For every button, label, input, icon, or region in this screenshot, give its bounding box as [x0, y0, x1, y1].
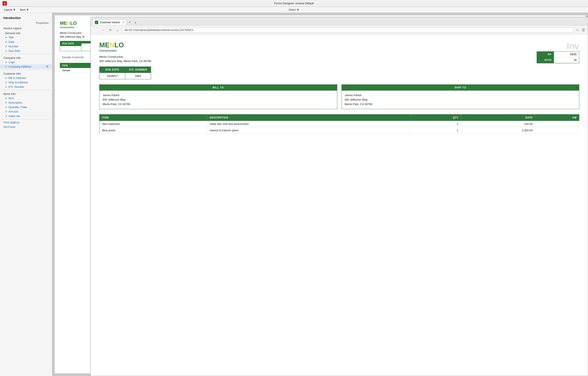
content-area: MENLO Construction Menlo Construction 50…	[52, 13, 588, 376]
sidebar-item-logo[interactable]: ✔ Logo	[0, 60, 52, 64]
table-row: Blue prints Interior & Exterior plans 1 …	[99, 127, 579, 134]
bill-to-body: James Parker 500 Jefferson Way Menlo Par…	[99, 91, 337, 109]
browser-tab-invoice[interactable]: $ Customer Invoice ✕	[93, 19, 126, 25]
sidebar-item-bill-to[interactable]: ✔ Bill to Address	[0, 76, 52, 80]
browser-window: $ Customer Invoice ✕ + ∨ ← → ↻ ⌂ ☆ ☰	[91, 17, 588, 376]
divider-2	[2, 70, 50, 70]
browser-tabs-bar: $ Customer Invoice ✕ + ∨	[91, 17, 588, 25]
bookmark-star-icon[interactable]: ☆	[575, 27, 580, 33]
col-description: DESCRIPTION	[207, 115, 411, 121]
sidebar-item-amount[interactable]: ✔ Amount	[0, 109, 52, 114]
browser-new-tab-btn[interactable]: +	[126, 19, 133, 25]
app-icon: Q	[2, 1, 7, 6]
svg-text:$: $	[96, 22, 97, 23]
ship-to-box: SHIP TO James Parker 500 Jefferson Way M…	[342, 84, 579, 109]
menu-bar: Layout ▼ Item ▼ Zoom ▼	[0, 7, 588, 13]
col-amount: AM	[536, 115, 579, 121]
browser-nav-bar: ← → ↻ ⌂ ☆ ☰	[91, 25, 588, 35]
browser-tab-menu-btn[interactable]: ∨	[133, 20, 138, 25]
browser-tab-title: Customer Invoice	[100, 21, 120, 24]
ship-to-body: James Parker 500 Jefferson Way Menlo Par…	[342, 91, 579, 109]
back-btn[interactable]: ←	[93, 27, 99, 33]
home-btn[interactable]: ⌂	[115, 27, 121, 33]
divider-1	[2, 54, 50, 54]
main-layout: Introduction Properties Invoice Layout G…	[0, 13, 588, 376]
sidebar-title: Introduction	[0, 15, 52, 21]
sidebar-item-po-number[interactable]: ✔ P.O. Number	[0, 85, 52, 89]
sidebar-section-customer-info: Customer Info	[0, 71, 52, 76]
sidebar-properties-label: Properties	[0, 21, 52, 25]
company-logo: MENLO Construction	[99, 41, 151, 52]
sidebar: Introduction Properties Invoice Layout G…	[0, 13, 52, 376]
invoice-header: MENLO Construction Menlo Construction 50…	[99, 41, 579, 79]
sidebar-item-description[interactable]: ✔ Description	[0, 100, 52, 105]
divider-3	[2, 90, 50, 90]
bill-to-box: BILL TO James Parker 500 Jefferson Way M…	[99, 84, 337, 109]
po-number-col: P.O. NUMBER 1001	[125, 67, 151, 79]
company-name: Menlo Construction 500 Jefferson Way, Me…	[99, 55, 151, 63]
right-info-table: DA 09/26 INVOI 10	[537, 51, 579, 63]
col-rate: RATE	[461, 115, 535, 121]
sidebar-section-invoice-layout: Invoice Layout	[0, 25, 52, 30]
title-bar-text: Forms Designer: Invoice Default	[274, 2, 314, 5]
sidebar-item-item[interactable]: ✔ Item	[0, 96, 52, 100]
layout-menu[interactable]: Layout ▼	[2, 7, 18, 12]
date-row: DA 09/26	[537, 52, 579, 57]
divider-4	[2, 119, 50, 119]
browser-tab-favicon: $	[95, 21, 98, 24]
invoice-big-title: Inv	[537, 41, 579, 51]
gear-icon[interactable]: ⚙	[46, 65, 49, 68]
invoice-title-section: Inv DA 09/26 INVOI 10	[537, 41, 579, 63]
address-bar[interactable]	[122, 28, 574, 32]
col-qty: QTY	[411, 115, 461, 121]
sidebar-item-date[interactable]: ✔ Date	[0, 40, 52, 44]
forward-btn[interactable]: →	[100, 27, 106, 33]
sidebar-item-company-address[interactable]: ✔ Company Address ⚙	[0, 64, 52, 69]
due-date-col: DUE DATE 10/26/17	[99, 67, 125, 79]
sidebar-item-number[interactable]: ✔ Number	[0, 44, 52, 49]
invoice-num-row: INVOI 10	[537, 57, 579, 63]
sidebar-item-title[interactable]: ✔ Title	[0, 35, 52, 40]
sidebar-section-items-info: Items Info	[0, 91, 52, 96]
item-menu[interactable]: Item ▼	[18, 7, 31, 12]
browser-content: MENLO Construction Menlo Construction 50…	[91, 35, 588, 376]
table-row: Site inspection Initial Site Visit and a…	[99, 121, 579, 127]
sidebar-section-company-info: Company Info	[0, 55, 52, 60]
sidebar-item-print-options[interactable]: Print Options	[0, 120, 52, 125]
items-table: ITEM DESCRIPTION QTY RATE AM Site inspec…	[99, 114, 579, 134]
sidebar-item-set-fonts[interactable]: Set Fonts	[0, 125, 52, 129]
bill-ship-section: BILL TO James Parker 500 Jefferson Way M…	[99, 84, 579, 109]
sidebar-item-quantity-rate[interactable]: ✔ Quantity / Rate	[0, 105, 52, 109]
title-bar: Q Forms Designer: Invoice Default	[0, 0, 588, 7]
sidebar-subsection-general-info: General Info	[0, 30, 52, 35]
zoom-menu[interactable]: Zoom ▼	[286, 7, 302, 12]
sidebar-item-due-date[interactable]: ✔ Due Date	[0, 49, 52, 53]
col-item: ITEM	[99, 115, 207, 121]
sidebar-item-sales-tax[interactable]: ✔ Sales tax	[0, 114, 52, 118]
due-date-po-table: DUE DATE 10/26/17 P.O. NUMBER 1001	[99, 66, 151, 79]
browser-tab-close-btn[interactable]: ✕	[122, 21, 125, 24]
sidebar-item-ship-to[interactable]: ✔ Ship to Address	[0, 80, 52, 85]
invoice-company-section: MENLO Construction Menlo Construction 50…	[99, 41, 151, 79]
reader-mode-icon[interactable]: ☰	[581, 27, 586, 33]
refresh-btn[interactable]: ↻	[107, 27, 113, 33]
